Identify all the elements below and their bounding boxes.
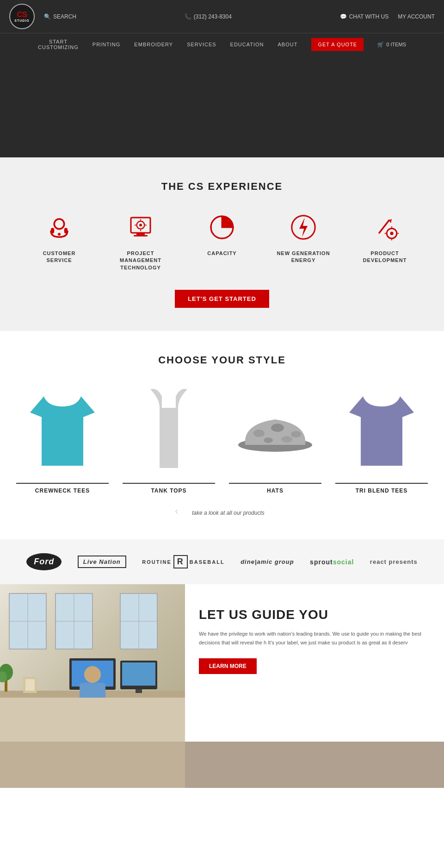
brand-react[interactable]: react presents: [370, 558, 418, 565]
svg-point-41: [84, 666, 101, 683]
exp-label-customer: CUSTOMER SERVICE: [43, 250, 76, 264]
choose-style-section: CHOOSE YOUR STYLE CREWNECK TEES TANK TO: [0, 331, 444, 539]
top-bar: CS STUDIO 🔍 SEARCH 📞 (312) 243-8304 💬 CH…: [0, 0, 444, 33]
routine-baseball: BASEBALL: [190, 559, 225, 565]
svg-point-17: [390, 232, 393, 235]
chat-label: CHAT WITH US: [349, 13, 389, 20]
all-products-link[interactable]: take a look at all our products: [192, 510, 265, 516]
account-button[interactable]: MY ACCOUNT: [398, 13, 435, 20]
svg-rect-50: [0, 698, 185, 742]
pie-chart-icon: [206, 211, 238, 244]
office-illustration: [0, 584, 185, 742]
ford-label: Ford: [34, 557, 54, 566]
exp-label-product-dev: PRODUCT DEVELOPMENT: [363, 250, 407, 264]
tank-label: TANK TOPS: [123, 483, 215, 496]
top-bar-right: 💬 CHAT WITH US MY ACCOUNT: [340, 13, 435, 20]
top-bar-left: CS STUDIO 🔍 SEARCH: [9, 4, 76, 29]
hero-section: [0, 56, 444, 157]
logo-cs: CS: [17, 11, 27, 19]
tank-image: [127, 385, 210, 477]
brand-livenation[interactable]: Live Nation: [78, 556, 126, 568]
chat-button[interactable]: 💬 CHAT WITH US: [340, 13, 389, 20]
svg-point-0: [54, 219, 64, 229]
search-label: SEARCH: [53, 13, 76, 20]
exp-label-capacity: CAPACITY: [207, 250, 236, 257]
svg-point-20: [271, 424, 284, 432]
lets-get-started-button[interactable]: LET'S GET STARTED: [175, 290, 269, 308]
phone-icon: 📞: [185, 13, 191, 20]
headset-icon: [43, 211, 75, 244]
experience-customer-service[interactable]: CUSTOMER SERVICE: [22, 211, 96, 264]
exp-label-energy: NEW GENERATION ENERGY: [277, 250, 330, 264]
svg-point-21: [291, 431, 301, 437]
brand-ford[interactable]: Ford: [26, 553, 62, 570]
experience-grid: CUSTOMER SERVICE PROJECT MANAGEMENT TECH…: [18, 211, 426, 271]
hat-image: [234, 385, 317, 477]
search-area[interactable]: 🔍 SEARCH: [44, 13, 76, 20]
svg-rect-6: [134, 235, 148, 237]
product-triblend[interactable]: TRI BLEND TEES: [335, 385, 428, 496]
routine-r: R: [173, 555, 188, 568]
logo[interactable]: CS STUDIO: [9, 4, 35, 29]
cart-icon: 🛒: [377, 42, 384, 48]
product-tank[interactable]: TANK TOPS: [123, 385, 215, 496]
guide-title: LET US GUIDE YOU: [199, 607, 430, 622]
hats-label: HATS: [229, 483, 321, 496]
cart-count: 0 ITEMS: [386, 42, 406, 47]
crewneck-image: [21, 385, 104, 477]
nav-services[interactable]: SERVICES: [187, 42, 216, 47]
guide-body: We have the privilege to work with natio…: [199, 630, 430, 647]
experience-project-mgmt[interactable]: PROJECT MANAGEMENT TECHNOLOGY: [104, 211, 178, 271]
phone-area[interactable]: 📞 (312) 243-8304: [185, 13, 232, 20]
brand-routine[interactable]: ROUTINE R BASEBALL: [142, 555, 224, 568]
routine-label: ROUTINE: [142, 559, 172, 565]
nav-customize[interactable]: START CUSTOMIZING: [38, 39, 79, 50]
lightning-icon: [287, 211, 320, 244]
svg-point-3: [58, 233, 61, 236]
livenation-label: Live Nation: [83, 558, 121, 565]
products-footer: ‹ take a look at all our products: [9, 505, 435, 516]
nav-about[interactable]: ABOUT: [278, 42, 298, 47]
brands-bar: Ford Live Nation ROUTINE R BASEBALL dine…: [0, 539, 444, 584]
dinamic-label: dine|amic group: [240, 558, 294, 565]
nav-bar: START CUSTOMIZING PRINTING EMBROIDERY SE…: [0, 33, 444, 56]
chat-icon: 💬: [340, 13, 347, 20]
svg-rect-39: [122, 662, 155, 686]
svg-point-23: [281, 436, 292, 443]
get-quote-button[interactable]: GET A QUOTE: [311, 38, 364, 51]
svg-point-19: [253, 430, 265, 437]
svg-rect-40: [136, 689, 142, 693]
svg-point-22: [264, 437, 273, 443]
brand-sprout[interactable]: sproutsocial: [310, 558, 354, 566]
phone-number: (312) 243-8304: [194, 13, 232, 20]
nav-embroidery[interactable]: EMBROIDERY: [134, 42, 173, 47]
svg-rect-52: [0, 742, 185, 788]
cs-experience-section: THE CS EXPERIENCE CUSTOMER SERVICE: [0, 157, 444, 331]
crewneck-label: CREWNECK TEES: [16, 483, 109, 496]
account-label: MY ACCOUNT: [398, 13, 435, 20]
pencil-gear-icon: [369, 211, 401, 244]
search-icon: 🔍: [44, 13, 51, 20]
products-grid: CREWNECK TEES TANK TOPS: [9, 385, 435, 496]
prev-arrow[interactable]: ‹: [175, 506, 178, 516]
exp-label-project: PROJECT MANAGEMENT TECHNOLOGY: [120, 250, 161, 271]
product-crewneck[interactable]: CREWNECK TEES: [16, 385, 109, 496]
svg-rect-5: [136, 233, 145, 235]
svg-marker-13: [299, 218, 308, 237]
guide-cta-button[interactable]: LEARN MORE: [199, 658, 257, 674]
brand-dinamic[interactable]: dine|amic group: [240, 558, 294, 565]
product-hats[interactable]: HATS: [229, 385, 321, 496]
svg-rect-46: [25, 679, 35, 691]
guide-image: [0, 584, 185, 742]
experience-title: THE CS EXPERIENCE: [18, 181, 426, 193]
svg-point-8: [139, 224, 142, 226]
experience-energy[interactable]: NEW GENERATION ENERGY: [266, 211, 340, 264]
nav-printing[interactable]: PRINTING: [92, 42, 121, 47]
gear-screen-icon: [124, 211, 157, 244]
cart-area[interactable]: 🛒 0 ITEMS: [377, 42, 406, 48]
nav-education[interactable]: EDUCATION: [230, 42, 264, 47]
style-title: CHOOSE YOUR STYLE: [9, 354, 435, 366]
experience-product-dev[interactable]: PRODUCT DEVELOPMENT: [348, 211, 422, 264]
experience-capacity[interactable]: CAPACITY: [185, 211, 259, 257]
guide-section: LET US GUIDE YOU We have the privilege t…: [0, 584, 444, 742]
